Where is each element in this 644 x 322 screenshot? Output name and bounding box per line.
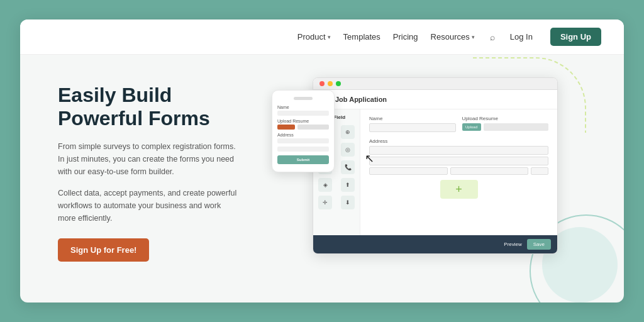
hero-left: Easily Build Powerful Forms From simple … — [58, 77, 272, 262]
mockup-titlebar — [313, 78, 557, 90]
phone-name-label: Name — [277, 105, 329, 109]
download-field-icon[interactable]: ⬇ — [341, 196, 355, 209]
login-button[interactable]: Log In — [510, 32, 533, 42]
form-upload-btn[interactable]: Upload — [462, 123, 481, 131]
form-country-select[interactable] — [531, 167, 548, 175]
form-upload-bar — [484, 123, 549, 131]
form-name-block: Name — [369, 116, 456, 132]
form-address-row-3 — [369, 167, 548, 175]
hero-section: Easily Build Powerful Forms From simple … — [20, 55, 624, 303]
nav-links: Product ▾ Templates Pricing Resources ▾ … — [297, 28, 601, 46]
phone-upload-bar — [297, 125, 329, 130]
form-address-input-1[interactable] — [369, 146, 548, 155]
maximize-dot — [336, 81, 341, 86]
phone-upload-btn — [277, 125, 295, 130]
tag-field-icon[interactable]: ◈ — [318, 178, 332, 192]
phone-address-input-2 — [277, 147, 329, 152]
hero-title: Easily Build Powerful Forms — [58, 84, 272, 130]
upload-field-icon[interactable]: ⬆ — [341, 178, 355, 192]
field-icons-row-4: ◈ ⬆ — [316, 178, 357, 192]
resources-chevron-icon: ▾ — [472, 34, 475, 40]
add-field-button[interactable]: + — [440, 180, 478, 199]
phone-address-label: Address — [277, 133, 329, 137]
move-field-icon[interactable]: ✛ — [318, 196, 332, 209]
phone-submit-label: Submit — [297, 158, 309, 162]
phone-mockup: Name Upload Resume Address Submit — [272, 90, 335, 172]
minimize-dot — [328, 81, 333, 86]
form-address-input-2[interactable] — [369, 157, 548, 165]
cta-signup-button[interactable]: Sign Up for Free! — [58, 238, 149, 262]
signup-button[interactable]: Sign Up — [550, 28, 601, 46]
close-dot — [319, 81, 325, 86]
form-address-block: Address — [369, 138, 548, 175]
add-more-area: + — [369, 180, 548, 199]
search-icon[interactable]: ⌕ — [490, 32, 495, 42]
phone-upload-row — [277, 125, 329, 130]
form-state-input[interactable] — [450, 167, 529, 175]
plus-circle-icon[interactable]: ⊕ — [341, 125, 355, 139]
phone-address-input — [277, 138, 329, 143]
phone-name-input — [277, 111, 329, 116]
upload-btn-label: Upload — [465, 125, 477, 129]
phone-notch — [294, 97, 313, 100]
field-icons-row-5: ✛ ⬇ — [316, 196, 357, 209]
nav-resources[interactable]: Resources ▾ — [431, 32, 475, 42]
save-button[interactable]: Save — [527, 239, 551, 250]
mockup-app-header: J Job Application — [313, 90, 557, 109]
form-name-input[interactable] — [369, 123, 456, 132]
form-city-input[interactable] — [369, 167, 448, 175]
phone-upload-label: Upload Resume — [277, 119, 329, 123]
location-field-icon[interactable]: ◎ — [341, 143, 355, 157]
form-name-upload-row: Name Upload Resume Upload — [369, 116, 548, 132]
hero-description-1: From simple surveys to complex registrat… — [58, 140, 240, 178]
nav-templates[interactable]: Templates — [343, 32, 380, 42]
app-title: Job Application — [335, 96, 387, 103]
form-address-label: Address — [369, 138, 548, 144]
main-card: Product ▾ Templates Pricing Resources ▾ … — [20, 19, 624, 303]
form-upload-row: Upload — [462, 123, 549, 131]
mockup-body: Add a Field A ⊕ ≡ ◎ ▦ 📞 — [313, 109, 557, 235]
form-upload-block: Upload Resume Upload — [462, 116, 549, 132]
hero-illustration: Name Upload Resume Address Submit — [272, 77, 586, 303]
preview-button[interactable]: Preview — [504, 242, 521, 247]
phone-field-icon[interactable]: 📞 — [341, 160, 355, 174]
product-chevron-icon: ▾ — [328, 34, 331, 40]
nav-pricing[interactable]: Pricing — [393, 32, 418, 42]
phone-submit-btn: Submit — [277, 155, 329, 164]
nav-product[interactable]: Product ▾ — [297, 32, 331, 42]
desktop-mockup: J Job Application Add a Field A ⊕ ≡ — [313, 77, 558, 254]
form-upload-label: Upload Resume — [462, 116, 549, 121]
form-area: Name Upload Resume Upload — [360, 109, 557, 235]
form-name-label: Name — [369, 116, 456, 121]
hero-description-2: Collect data, accept payments, and creat… — [58, 187, 240, 225]
navbar: Product ▾ Templates Pricing Resources ▾ … — [20, 19, 624, 55]
mockup-footer: Preview Save — [313, 235, 557, 253]
